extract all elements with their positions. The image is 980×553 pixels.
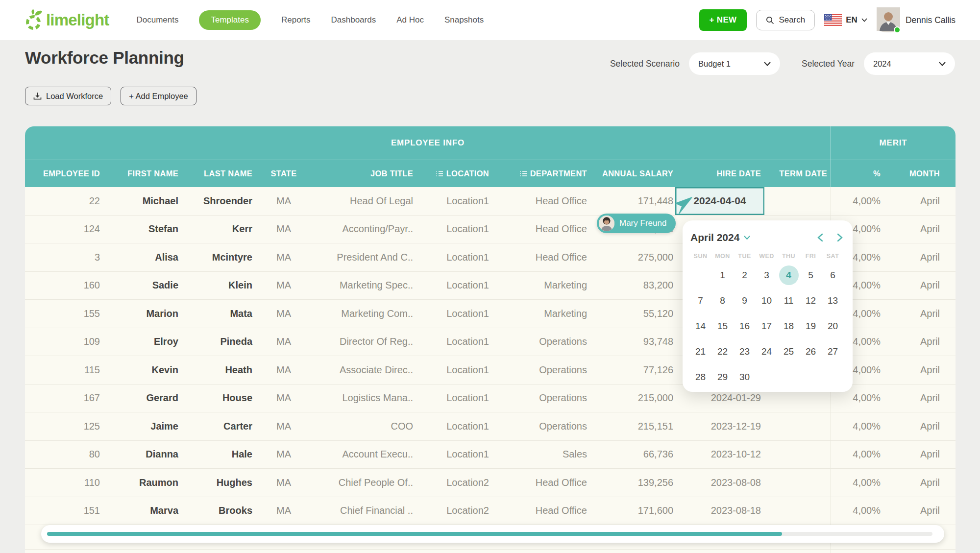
cell-merit-month[interactable]: April: [884, 272, 946, 300]
cell-employee-id[interactable]: 124: [25, 216, 101, 243]
cell-state[interactable]: MA: [254, 187, 314, 215]
nav-snapshots[interactable]: Snapshots: [444, 15, 484, 25]
cell-annual-salary[interactable]: 83,200: [588, 272, 675, 300]
calendar-day[interactable]: 30: [734, 364, 756, 390]
cell-first-name[interactable]: Stefan: [101, 216, 179, 243]
cell-job-title[interactable]: COO: [314, 412, 416, 440]
cell-last-name[interactable]: Mata: [179, 300, 254, 328]
cell-department[interactable]: Head Office: [490, 497, 588, 525]
cell-department[interactable]: Marketing: [490, 272, 588, 300]
cell-job-title[interactable]: Marketing Spec..: [314, 272, 416, 300]
nav-ad-hoc[interactable]: Ad Hoc: [396, 15, 424, 25]
cell-first-name[interactable]: Kevin: [101, 356, 179, 384]
cell-employee-id[interactable]: 3: [25, 243, 101, 271]
cell-state[interactable]: MA: [254, 441, 314, 469]
cell-state[interactable]: MA: [254, 356, 314, 384]
cell-merit-month[interactable]: April: [884, 216, 946, 243]
cell-location[interactable]: Location1: [416, 243, 490, 271]
cell-state[interactable]: MA: [254, 328, 314, 356]
cell-first-name[interactable]: Elroy: [101, 328, 179, 356]
cell-employee-id[interactable]: 160: [25, 272, 101, 300]
cell-location[interactable]: Location2: [416, 469, 490, 497]
calendar-day[interactable]: 25: [778, 339, 800, 364]
cell-state[interactable]: MA: [254, 216, 314, 243]
cell-merit-month[interactable]: April: [884, 441, 946, 469]
cell-annual-salary[interactable]: 171,448: [588, 187, 675, 215]
new-button[interactable]: + NEW: [699, 9, 747, 31]
cell-merit-month[interactable]: April: [884, 356, 946, 384]
cell-job-title[interactable]: Associate Direc..: [314, 356, 416, 384]
add-employee-button[interactable]: + Add Employee: [121, 87, 196, 105]
cell-hire-date[interactable]: 2023-10-12: [675, 441, 764, 469]
calendar-day[interactable]: 16: [734, 313, 756, 339]
calendar-day[interactable]: 12: [800, 288, 822, 313]
calendar-day[interactable]: 6: [822, 263, 844, 288]
calendar-day[interactable]: 13: [822, 288, 844, 313]
cell-job-title[interactable]: Director Of Reg..: [314, 328, 416, 356]
cell-job-title[interactable]: President And C..: [314, 243, 416, 271]
cell-annual-salary[interactable]: 139,256: [588, 469, 675, 497]
cell-term-date[interactable]: [764, 441, 831, 469]
cell-term-date[interactable]: [764, 187, 831, 215]
cell-last-name[interactable]: Klein: [179, 272, 254, 300]
cell-merit-month[interactable]: April: [884, 300, 946, 328]
cell-merit-month[interactable]: April: [884, 497, 946, 525]
cell-merit-percent[interactable]: 4,00%: [831, 187, 884, 215]
cell-annual-salary[interactable]: 77,126: [588, 356, 675, 384]
nav-dashboards[interactable]: Dashboards: [331, 15, 376, 25]
cell-annual-salary[interactable]: 66,736: [588, 441, 675, 469]
year-select[interactable]: 2024: [864, 52, 955, 75]
cell-department[interactable]: Head Office: [490, 469, 588, 497]
calendar-day[interactable]: 17: [756, 313, 778, 339]
cell-location[interactable]: Location1: [416, 412, 490, 440]
cell-merit-percent[interactable]: 4,00%: [831, 412, 884, 440]
cell-first-name[interactable]: Dianna: [101, 441, 179, 469]
cell-department[interactable]: Head Office: [490, 243, 588, 271]
cell-state[interactable]: MA: [254, 497, 314, 525]
cell-first-name[interactable]: Raumon: [101, 469, 179, 497]
cell-merit-percent[interactable]: 4,00%: [831, 441, 884, 469]
cell-job-title[interactable]: Head Of Legal: [314, 187, 416, 215]
cell-employee-id[interactable]: 110: [25, 469, 101, 497]
calendar-day[interactable]: 1: [711, 263, 734, 288]
cell-merit-month[interactable]: April: [884, 469, 946, 497]
cell-location[interactable]: Location1: [416, 300, 490, 328]
cell-last-name[interactable]: House: [179, 385, 254, 412]
calendar-day[interactable]: 18: [778, 313, 800, 339]
cell-department[interactable]: Operations: [490, 385, 588, 412]
cell-term-date[interactable]: [764, 497, 831, 525]
calendar-day[interactable]: 21: [689, 339, 711, 364]
cell-annual-salary[interactable]: 215,000: [588, 385, 675, 412]
calendar-day[interactable]: 14: [689, 313, 711, 339]
cell-employee-id[interactable]: 109: [25, 328, 101, 356]
cell-state[interactable]: MA: [254, 412, 314, 440]
cell-department[interactable]: Operations: [490, 412, 588, 440]
cell-state[interactable]: MA: [254, 385, 314, 412]
cell-merit-month[interactable]: April: [884, 385, 946, 412]
cell-last-name[interactable]: Pineda: [179, 328, 254, 356]
cell-employee-id[interactable]: 115: [25, 356, 101, 384]
calendar-day[interactable]: 27: [822, 339, 844, 364]
calendar-day[interactable]: 22: [711, 339, 734, 364]
cell-job-title[interactable]: Acconting/Payr..: [314, 216, 416, 243]
cell-last-name[interactable]: Heath: [179, 356, 254, 384]
user-menu[interactable]: Dennis Callis: [877, 7, 956, 33]
calendar-day[interactable]: 3: [756, 263, 778, 288]
cell-employee-id[interactable]: 167: [25, 385, 101, 412]
horizontal-scrollbar[interactable]: [41, 525, 944, 543]
cell-merit-month[interactable]: April: [884, 412, 946, 440]
cell-first-name[interactable]: Sadie: [101, 272, 179, 300]
next-month-button[interactable]: [837, 233, 843, 242]
cell-annual-salary[interactable]: 171,600: [588, 497, 675, 525]
calendar-day[interactable]: 26: [800, 339, 822, 364]
cell-location[interactable]: Location1: [416, 272, 490, 300]
scenario-select[interactable]: Budget 1: [689, 52, 780, 75]
cell-merit-month[interactable]: April: [884, 243, 946, 271]
cell-last-name[interactable]: Brooks: [179, 497, 254, 525]
cell-state[interactable]: MA: [254, 469, 314, 497]
cell-first-name[interactable]: Gerard: [101, 385, 179, 412]
cell-location[interactable]: Location1: [416, 328, 490, 356]
calendar-day[interactable]: 20: [822, 313, 844, 339]
cell-first-name[interactable]: Michael: [101, 187, 179, 215]
cell-employee-id[interactable]: 22: [25, 187, 101, 215]
